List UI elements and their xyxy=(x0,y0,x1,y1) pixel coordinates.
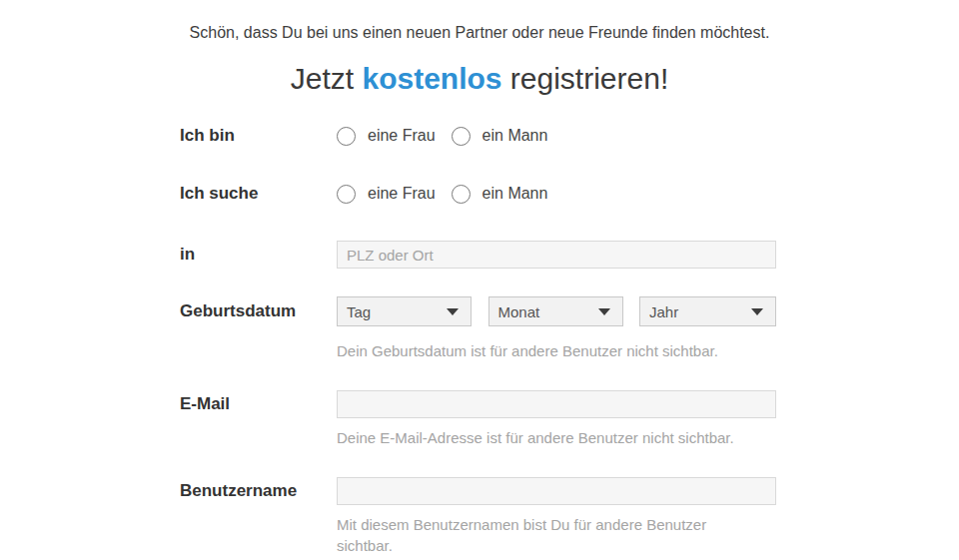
location-label: in xyxy=(180,241,337,269)
intro-text: Schön, dass Du bei uns einen neuen Partn… xyxy=(0,0,959,43)
email-row: E-Mail Deine E-Mail-Adresse ist für ande… xyxy=(180,390,779,448)
seeking-option-frau[interactable]: eine Frau xyxy=(337,185,436,204)
gender-row: Ich bin eine Frau ein Mann xyxy=(180,126,779,146)
chevron-down-icon xyxy=(598,308,610,315)
username-field[interactable] xyxy=(337,477,776,505)
username-label: Benutzername xyxy=(180,477,337,505)
birthdate-label: Geburtsdatum xyxy=(180,296,337,326)
day-select-value: Tag xyxy=(347,303,371,320)
month-select[interactable]: Monat xyxy=(488,296,623,326)
registration-form: Ich bin eine Frau ein Mann Ich suche ein… xyxy=(180,126,779,556)
location-input[interactable] xyxy=(337,241,776,269)
year-select[interactable]: Jahr xyxy=(639,296,776,326)
birthdate-selects: Tag Monat Jahr xyxy=(337,296,776,326)
seeking-option-frau-label: eine Frau xyxy=(368,185,436,203)
seeking-option-mann[interactable]: ein Mann xyxy=(452,185,548,204)
month-select-value: Monat xyxy=(498,303,540,320)
gender-option-frau-label: eine Frau xyxy=(368,127,436,145)
seeking-radio-group: eine Frau ein Mann xyxy=(337,184,776,204)
seeking-option-mann-label: ein Mann xyxy=(482,185,548,203)
chevron-down-icon xyxy=(751,308,763,315)
gender-option-mann-label: ein Mann xyxy=(482,127,548,145)
year-select-value: Jahr xyxy=(649,303,678,320)
email-label: E-Mail xyxy=(180,390,337,418)
page-title: Jetzt kostenlos registrieren! xyxy=(0,58,959,99)
seeking-row: Ich suche eine Frau ein Mann xyxy=(180,184,779,204)
radio-button-icon[interactable] xyxy=(452,127,471,146)
day-select[interactable]: Tag xyxy=(337,296,472,326)
gender-radio-group: eine Frau ein Mann xyxy=(337,126,776,146)
radio-button-icon[interactable] xyxy=(337,185,356,204)
birthdate-row: Geburtsdatum Tag Monat Jahr Dein Geburts… xyxy=(180,296,779,361)
username-helper-text: Mit diesem Benutzernamen bist Du für and… xyxy=(337,514,736,556)
gender-option-mann[interactable]: ein Mann xyxy=(452,127,548,146)
radio-button-icon[interactable] xyxy=(337,127,356,146)
page-title-part1: Jetzt xyxy=(291,62,354,95)
birthdate-helper-text: Dein Geburtsdatum ist für andere Benutze… xyxy=(337,340,741,361)
location-row: in xyxy=(180,241,779,269)
username-row: Benutzername Mit diesem Benutzernamen bi… xyxy=(180,477,779,556)
gender-option-frau[interactable]: eine Frau xyxy=(337,127,436,146)
gender-label: Ich bin xyxy=(180,126,337,146)
page-title-highlight: kostenlos xyxy=(362,62,501,95)
email-helper-text: Deine E-Mail-Adresse ist für andere Benu… xyxy=(337,427,741,448)
seeking-label: Ich suche xyxy=(180,184,337,204)
page-title-part2: registrieren! xyxy=(510,62,668,95)
chevron-down-icon xyxy=(447,308,459,315)
radio-button-icon[interactable] xyxy=(452,185,471,204)
email-field[interactable] xyxy=(337,390,776,418)
